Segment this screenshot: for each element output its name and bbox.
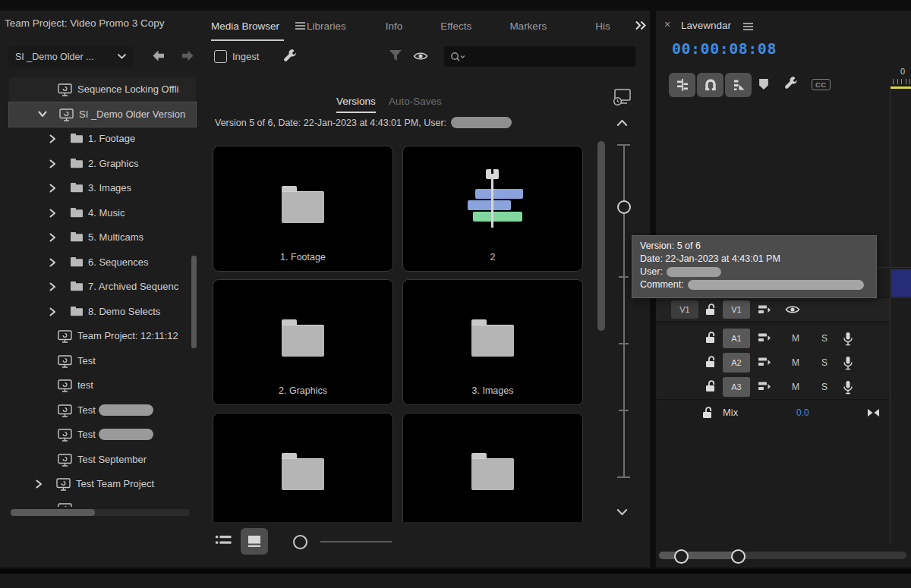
target-track-button[interactable]: A2 bbox=[723, 353, 750, 373]
target-track-v1-button[interactable]: V1 bbox=[723, 300, 750, 319]
tree-item[interactable]: Sequence Locking Offli bbox=[9, 77, 196, 102]
tree-item[interactable]: Test September bbox=[9, 448, 196, 472]
chevron-up-icon[interactable] bbox=[616, 119, 628, 127]
grid-scrollbar[interactable] bbox=[597, 141, 605, 331]
wrench-icon[interactable] bbox=[282, 48, 298, 63]
tree-item[interactable]: 4. Music bbox=[9, 201, 196, 225]
zoom-slider-track[interactable] bbox=[320, 541, 392, 542]
ruler-ticks[interactable] bbox=[893, 79, 910, 84]
panel-tab-effects[interactable]: Effects bbox=[440, 11, 471, 41]
chevron-right-icon[interactable] bbox=[35, 480, 43, 489]
timeline-zoom-handle-left[interactable] bbox=[674, 549, 689, 564]
timeline-zoom-handle-right[interactable] bbox=[731, 549, 746, 564]
chevron-right-icon[interactable] bbox=[49, 282, 56, 291]
chevron-right-icon[interactable] bbox=[49, 233, 56, 242]
eye-icon[interactable] bbox=[413, 51, 428, 61]
chevron-right-icon[interactable] bbox=[49, 159, 56, 168]
lock-open-icon[interactable] bbox=[705, 303, 716, 316]
chevron-right-icon[interactable] bbox=[49, 258, 56, 267]
tree-item[interactable]: 6. Sequences bbox=[9, 250, 196, 275]
lock-open-icon[interactable] bbox=[705, 331, 716, 344]
tree-item[interactable]: Test bbox=[9, 349, 196, 373]
chevron-down-icon[interactable] bbox=[38, 110, 47, 118]
version-slider-handle[interactable] bbox=[617, 200, 631, 214]
back-arrow-icon[interactable] bbox=[152, 50, 169, 61]
panel-tab-markers[interactable]: Markers bbox=[509, 11, 547, 41]
panel-tab-info[interactable]: Info bbox=[386, 11, 403, 41]
timecode-display[interactable]: 00:00:08:08 bbox=[672, 39, 777, 58]
source-patch-v1-button[interactable]: V1 bbox=[671, 300, 698, 319]
timeline-title[interactable]: Lavewndar bbox=[681, 20, 731, 31]
panel-menu-icon[interactable] bbox=[295, 21, 306, 30]
tree-item[interactable]: Test bbox=[9, 398, 196, 423]
tree-item[interactable]: SI _Demo Older Version bbox=[9, 102, 196, 127]
sync-lock-icon[interactable] bbox=[758, 357, 771, 367]
chevron-right-icon[interactable] bbox=[49, 134, 56, 143]
tree-item[interactable]: 1. Footage bbox=[9, 127, 196, 151]
solo-button[interactable]: S bbox=[818, 382, 831, 392]
solo-button[interactable]: S bbox=[818, 357, 831, 368]
timeline-clip[interactable] bbox=[891, 269, 911, 297]
tree-item[interactable] bbox=[9, 497, 196, 508]
panel-menu-icon[interactable] bbox=[742, 22, 754, 31]
microphone-icon[interactable] bbox=[843, 332, 853, 346]
tree-horizontal-scrollbar-thumb[interactable] bbox=[11, 509, 95, 516]
version-card[interactable]: 3. Images bbox=[402, 279, 583, 405]
tree-item[interactable]: 5. Multicams bbox=[9, 225, 196, 250]
version-card[interactable]: 2 bbox=[402, 146, 583, 272]
pan-bowtie-icon[interactable] bbox=[867, 408, 880, 417]
version-card[interactable] bbox=[402, 413, 583, 522]
captions-toggle[interactable]: CC bbox=[812, 79, 831, 90]
filter-funnel-icon[interactable] bbox=[389, 49, 402, 61]
panel-tab-media-browser[interactable]: Media Browser bbox=[211, 11, 284, 41]
forward-arrow-icon[interactable] bbox=[178, 50, 194, 61]
tree-item[interactable]: 7. Archived Sequenc bbox=[9, 275, 196, 299]
tree-item[interactable]: Test bbox=[9, 423, 196, 447]
microphone-icon[interactable] bbox=[843, 380, 853, 395]
zoom-slider-handle[interactable] bbox=[293, 535, 307, 549]
version-card[interactable]: 2. Graphics bbox=[213, 279, 393, 405]
sync-lock-icon[interactable] bbox=[758, 381, 771, 391]
sync-lock-icon[interactable] bbox=[758, 332, 771, 343]
version-slider-track[interactable] bbox=[623, 144, 625, 478]
sync-lock-icon[interactable] bbox=[758, 304, 771, 315]
mix-volume-value[interactable]: 0.0 bbox=[796, 407, 809, 418]
sequence-settings-button[interactable] bbox=[669, 73, 695, 97]
tree-item[interactable]: 8. Demo Selects bbox=[9, 300, 196, 324]
solo-button[interactable]: S bbox=[818, 333, 831, 344]
lock-open-icon[interactable] bbox=[701, 406, 713, 419]
chevron-right-icon[interactable] bbox=[49, 209, 56, 218]
panel-tab-his[interactable]: His bbox=[595, 11, 610, 41]
version-card[interactable]: 1. Footage bbox=[213, 146, 393, 272]
close-panel-button[interactable]: × bbox=[664, 19, 670, 30]
tab-auto-saves[interactable]: Auto-Saves bbox=[389, 96, 442, 107]
tree-item[interactable]: 2. Graphics bbox=[9, 152, 196, 176]
marker-icon[interactable] bbox=[758, 78, 769, 90]
timeline-scrollbar-range[interactable] bbox=[659, 552, 740, 559]
snap-button[interactable] bbox=[697, 73, 723, 97]
microphone-icon[interactable] bbox=[843, 356, 853, 370]
mute-button[interactable]: M bbox=[790, 357, 802, 368]
restore-version-icon[interactable] bbox=[612, 88, 632, 106]
tree-item[interactable]: test bbox=[9, 373, 196, 398]
chevron-right-icon[interactable] bbox=[49, 307, 56, 316]
search-input[interactable] bbox=[469, 51, 624, 63]
track-output-eye-icon[interactable] bbox=[785, 304, 800, 315]
tree-item[interactable]: Test Team Project bbox=[9, 472, 196, 496]
linked-selection-button[interactable] bbox=[725, 73, 752, 97]
tab-versions[interactable]: Versions bbox=[336, 96, 376, 113]
timeline-settings-wrench-icon[interactable] bbox=[783, 75, 799, 90]
panel-tab-libraries[interactable]: Libraries bbox=[307, 11, 346, 41]
chevron-right-icon[interactable] bbox=[49, 184, 56, 193]
chevron-down-icon[interactable] bbox=[616, 508, 628, 516]
lock-open-icon[interactable] bbox=[705, 355, 716, 368]
list-view-icon[interactable] bbox=[215, 534, 232, 546]
ingest-checkbox[interactable] bbox=[214, 50, 227, 63]
target-track-button[interactable]: A3 bbox=[723, 377, 750, 397]
version-card[interactable] bbox=[213, 413, 393, 522]
tree-item[interactable]: 3. Images bbox=[9, 176, 196, 200]
mute-button[interactable]: M bbox=[790, 382, 802, 392]
mute-button[interactable]: M bbox=[790, 333, 802, 344]
target-track-button[interactable]: A1 bbox=[723, 329, 750, 348]
tree-vertical-scrollbar[interactable] bbox=[191, 256, 197, 348]
